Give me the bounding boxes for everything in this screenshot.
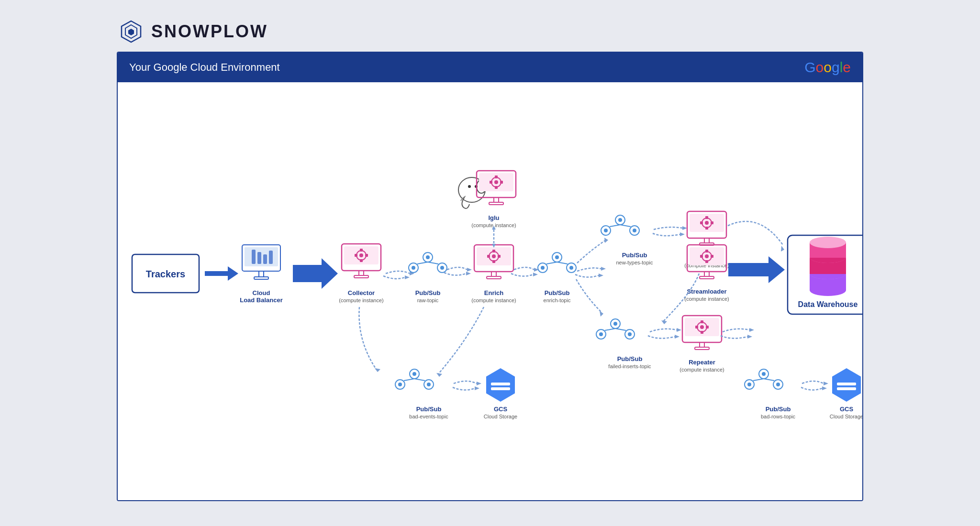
svg-point-38 (440, 266, 444, 270)
svg-point-104 (705, 221, 709, 225)
diagram-wrapper: Your Google Cloud Environment Google Tra… (117, 52, 863, 501)
svg-text:Data Warehouse: Data Warehouse (798, 300, 858, 308)
svg-line-34 (417, 262, 428, 264)
svg-marker-99 (682, 226, 687, 230)
svg-rect-8 (259, 271, 264, 277)
svg-rect-170 (491, 387, 510, 390)
svg-text:enrich-topic: enrich-topic (544, 297, 571, 303)
svg-text:Collector: Collector (348, 289, 375, 296)
svg-marker-152 (747, 335, 752, 339)
svg-text:Cloud Storage: Cloud Storage (484, 414, 517, 419)
svg-line-131 (615, 329, 626, 330)
svg-rect-10 (252, 250, 256, 264)
svg-rect-51 (491, 272, 496, 276)
svg-rect-47 (492, 250, 495, 252)
main-container: SNOWPLOW Your Google Cloud Environment G… (117, 19, 863, 501)
svg-line-35 (428, 262, 438, 264)
svg-rect-68 (489, 202, 503, 205)
svg-rect-66 (500, 181, 503, 184)
svg-rect-67 (494, 197, 499, 202)
svg-rect-52 (487, 276, 501, 279)
svg-marker-113 (781, 246, 784, 252)
svg-text:bad-events-topic: bad-events-topic (409, 414, 448, 419)
svg-point-132 (613, 322, 617, 326)
svg-point-162 (398, 383, 402, 386)
svg-point-134 (628, 332, 632, 336)
svg-text:Streamloader: Streamloader (687, 288, 726, 295)
svg-rect-121 (711, 255, 713, 258)
svg-rect-122 (704, 272, 709, 276)
svg-marker-41 (467, 268, 472, 272)
snowplow-logo-icon (119, 19, 144, 44)
svg-marker-5 (205, 266, 238, 281)
svg-rect-49 (487, 255, 490, 258)
svg-text:Load Balancer: Load Balancer (240, 296, 283, 304)
svg-line-160 (414, 379, 425, 381)
svg-rect-13 (269, 251, 273, 264)
svg-marker-154 (436, 373, 442, 377)
svg-point-46 (492, 254, 496, 258)
svg-line-177 (764, 379, 774, 381)
svg-point-36 (426, 255, 430, 259)
svg-line-79 (557, 262, 568, 264)
svg-text:Pub/Sub: Pub/Sub (415, 289, 441, 296)
diagram-body: Trackers Cloud (118, 82, 862, 500)
svg-point-82 (569, 266, 573, 270)
svg-point-80 (555, 255, 559, 259)
svg-text:Cloud: Cloud (253, 289, 270, 296)
svg-rect-105 (705, 216, 708, 219)
svg-text:Pub/Sub: Pub/Sub (622, 252, 647, 259)
svg-marker-71 (492, 244, 496, 248)
svg-point-199 (810, 237, 846, 248)
svg-rect-147 (700, 342, 704, 347)
svg-text:(compute instance): (compute instance) (471, 297, 516, 303)
svg-rect-143 (701, 320, 703, 323)
svg-marker-153 (661, 320, 667, 324)
svg-marker-2 (128, 29, 134, 35)
svg-line-93 (620, 225, 631, 227)
svg-point-20 (359, 253, 363, 257)
svg-marker-86 (601, 267, 606, 271)
svg-rect-24 (365, 254, 368, 257)
svg-point-142 (700, 325, 704, 329)
svg-rect-120 (700, 255, 703, 258)
svg-rect-146 (706, 326, 709, 329)
svg-rect-64 (495, 186, 498, 189)
logo-text: SNOWPLOW (151, 22, 268, 42)
svg-text:Pub/Sub: Pub/Sub (617, 355, 643, 362)
svg-rect-12 (263, 254, 267, 264)
svg-rect-9 (254, 277, 268, 279)
svg-text:failed-inserts-topic: failed-inserts-topic (608, 363, 651, 369)
header: SNOWPLOW (117, 19, 863, 44)
svg-rect-48 (492, 260, 495, 263)
svg-rect-63 (495, 175, 498, 178)
svg-text:Enrich: Enrich (484, 289, 504, 296)
svg-point-163 (427, 383, 431, 386)
svg-marker-100 (680, 232, 685, 236)
svg-rect-145 (695, 326, 698, 329)
svg-rect-119 (705, 260, 708, 263)
google-logo: Google (804, 59, 851, 76)
svg-line-176 (753, 379, 764, 381)
svg-text:Iglu: Iglu (488, 214, 499, 221)
svg-text:Repeater: Repeater (689, 359, 715, 366)
svg-marker-87 (599, 274, 603, 277)
svg-point-178 (762, 372, 766, 376)
svg-point-37 (412, 266, 415, 270)
svg-rect-187 (837, 387, 856, 390)
svg-rect-11 (257, 252, 261, 264)
svg-rect-25 (359, 271, 364, 275)
svg-marker-166 (477, 382, 481, 385)
svg-point-133 (599, 332, 603, 336)
svg-point-96 (633, 229, 636, 232)
svg-marker-183 (824, 382, 828, 385)
svg-marker-155 (375, 368, 380, 372)
svg-rect-148 (695, 347, 709, 350)
svg-rect-23 (355, 254, 357, 257)
svg-marker-30 (405, 275, 410, 279)
svg-point-180 (776, 383, 780, 386)
svg-rect-50 (498, 255, 501, 258)
svg-point-62 (494, 180, 498, 184)
svg-text:Trackers: Trackers (146, 269, 185, 279)
svg-rect-123 (700, 276, 714, 279)
